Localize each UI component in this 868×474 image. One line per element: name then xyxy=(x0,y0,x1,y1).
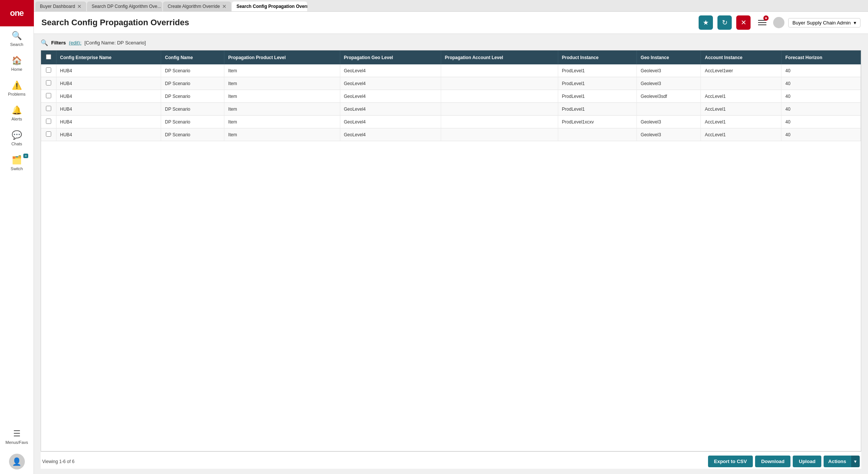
row-checkbox-cell xyxy=(41,90,56,103)
menu-button[interactable]: ★ xyxy=(755,15,769,30)
sidebar-item-home[interactable]: 🏠 Home xyxy=(0,51,34,76)
table-header-row: Config Enterprise Name Config Name Propa… xyxy=(41,50,861,64)
row-checkbox[interactable] xyxy=(46,131,51,137)
cell-config-name: DP Scenario xyxy=(161,116,224,128)
sidebar-item-label: Alerts xyxy=(11,117,22,121)
sidebar-item-label: Search xyxy=(10,42,23,47)
download-button[interactable]: Download xyxy=(755,456,790,467)
refresh-button[interactable]: ↻ xyxy=(717,15,732,30)
chevron-down-icon: ▾ xyxy=(854,20,856,26)
tab-search-dp-config[interactable]: Search DP Config Algorithm Ove... ✕ xyxy=(87,2,162,11)
cell-geo-instance: Geolevel3sdf xyxy=(637,90,701,103)
row-checkbox-cell xyxy=(41,77,56,90)
row-checkbox-cell xyxy=(41,64,56,77)
table-row: HUB4 DP Scenario Item GeoLevel4 ProdLeve… xyxy=(41,116,861,128)
col-config-enterprise-name: Config Enterprise Name xyxy=(56,50,161,64)
row-checkbox[interactable] xyxy=(46,106,51,111)
row-checkbox[interactable] xyxy=(46,93,51,98)
cell-propagation-account-level xyxy=(441,64,558,77)
col-forecast-horizon: Forecast Horizon xyxy=(781,50,861,64)
page-header: Search Config Propagation Overrides ★ ↻ … xyxy=(34,12,868,34)
cell-config-name: DP Scenario xyxy=(161,90,224,103)
actions-button[interactable]: Actions xyxy=(824,456,851,467)
star-icon: ★ xyxy=(703,18,709,27)
close-icon[interactable]: ✕ xyxy=(222,4,227,9)
cell-account-instance: AccLevel1wer xyxy=(701,64,781,77)
cell-product-instance: ProdLevel1 xyxy=(558,90,637,103)
row-checkbox-cell xyxy=(41,116,56,128)
cell-propagation-account-level xyxy=(441,103,558,116)
cell-forecast-horizon: 40 xyxy=(781,128,861,141)
menus-icon: ☰ xyxy=(13,429,21,439)
tab-search-config-propagation[interactable]: Search Config Propagation Overr... ✕ xyxy=(232,2,307,11)
page-content: 🔍 Filters (edit): [Config Name: DP Scena… xyxy=(34,34,868,474)
table-row: HUB4 DP Scenario Item GeoLevel4 ProdLeve… xyxy=(41,77,861,90)
cell-account-instance: AccLevel1 xyxy=(701,90,781,103)
filters-value: [Config Name: DP Scenario] xyxy=(84,40,146,46)
filters-label: Filters xyxy=(51,40,66,46)
cell-config-enterprise-name: HUB4 xyxy=(56,128,161,141)
cell-product-instance xyxy=(558,128,637,141)
page-title: Search Config Propagation Overrides xyxy=(41,18,694,27)
user-name: Buyer Supply Chain Admin xyxy=(792,20,851,26)
cell-account-instance: AccLevel1 xyxy=(701,116,781,128)
cell-propagation-product-level: Item xyxy=(224,103,340,116)
close-button[interactable]: ✕ xyxy=(736,15,751,30)
sidebar-item-problems[interactable]: ⚠️ Problems xyxy=(0,76,34,101)
cell-forecast-horizon: 40 xyxy=(781,77,861,90)
sidebar-item-search[interactable]: 🔍 Search xyxy=(0,26,34,51)
table-row: HUB4 DP Scenario Item GeoLevel4 ProdLeve… xyxy=(41,90,861,103)
row-checkbox-cell xyxy=(41,128,56,141)
sidebar-item-menus[interactable]: ☰ Menus/Favs xyxy=(0,424,34,449)
table-row: HUB4 DP Scenario Item GeoLevel4 ProdLeve… xyxy=(41,103,861,116)
filter-icon: 🔍 xyxy=(41,39,48,46)
tab-create-algorithm-override[interactable]: Create Algorithm Override ✕ xyxy=(163,2,231,11)
tab-buyer-dashboard[interactable]: Buyer Dashboard ✕ xyxy=(35,2,86,11)
upload-button[interactable]: Upload xyxy=(793,456,821,467)
sidebar-avatar-item[interactable]: 👤 xyxy=(0,449,34,474)
sidebar-item-alerts[interactable]: 🔔 Alerts xyxy=(0,101,34,126)
tab-label: Buyer Dashboard xyxy=(40,4,75,9)
home-icon: 🏠 xyxy=(12,56,22,66)
cell-propagation-account-level xyxy=(441,116,558,128)
cell-propagation-geo-level: GeoLevel4 xyxy=(340,64,441,77)
tab-bar: Buyer Dashboard ✕ Search DP Config Algor… xyxy=(34,0,868,12)
col-account-instance: Account Instance xyxy=(701,50,781,64)
cell-propagation-account-level xyxy=(441,77,558,90)
cell-propagation-geo-level: GeoLevel4 xyxy=(340,128,441,141)
tab-label: Search Config Propagation Overr... xyxy=(236,4,307,9)
warning-icon: ⚠️ xyxy=(12,81,22,90)
app-logo[interactable]: one xyxy=(0,0,34,26)
cell-product-instance: ProdLevel1 xyxy=(558,64,637,77)
cell-account-instance: AccLevel1 xyxy=(701,128,781,141)
cell-geo-instance xyxy=(637,103,701,116)
cell-propagation-geo-level: GeoLevel4 xyxy=(340,77,441,90)
cell-propagation-product-level: Item xyxy=(224,90,340,103)
cell-product-instance: ProdLevel1 xyxy=(558,77,637,90)
row-checkbox[interactable] xyxy=(46,67,51,73)
search-icon: 🔍 xyxy=(12,31,22,41)
col-product-instance: Product Instance xyxy=(558,50,637,64)
col-checkbox xyxy=(41,50,56,64)
sidebar-item-switch[interactable]: 🗂️ ≡ Switch xyxy=(0,151,34,175)
row-checkbox[interactable] xyxy=(46,80,51,85)
actions-dropdown-caret[interactable]: ▾ xyxy=(851,456,860,467)
avatar: 👤 xyxy=(9,454,25,469)
sidebar-item-chats[interactable]: 💬 Chats xyxy=(0,126,34,151)
cell-geo-instance: Geolevel3 xyxy=(637,128,701,141)
export-csv-button[interactable]: Export to CSV xyxy=(708,456,753,467)
filters-edit-link[interactable]: (edit): xyxy=(69,40,81,46)
row-checkbox[interactable] xyxy=(46,119,51,124)
user-dropdown[interactable]: Buyer Supply Chain Admin ▾ xyxy=(788,18,860,27)
header-right: ★ Buyer Supply Chain Admin ▾ xyxy=(755,15,860,30)
star-button[interactable]: ★ xyxy=(699,15,713,30)
viewing-count: Viewing 1-6 of 6 xyxy=(42,459,75,464)
cell-account-instance: AccLevel1 xyxy=(701,103,781,116)
col-propagation-geo-level: Propagation Geo Level xyxy=(340,50,441,64)
cell-config-name: DP Scenario xyxy=(161,128,224,141)
cell-product-instance: ProdLevel1 xyxy=(558,103,637,116)
close-icon[interactable]: ✕ xyxy=(77,4,82,9)
data-table: Config Enterprise Name Config Name Propa… xyxy=(41,50,861,141)
select-all-checkbox[interactable] xyxy=(46,54,51,59)
cell-config-enterprise-name: HUB4 xyxy=(56,64,161,77)
